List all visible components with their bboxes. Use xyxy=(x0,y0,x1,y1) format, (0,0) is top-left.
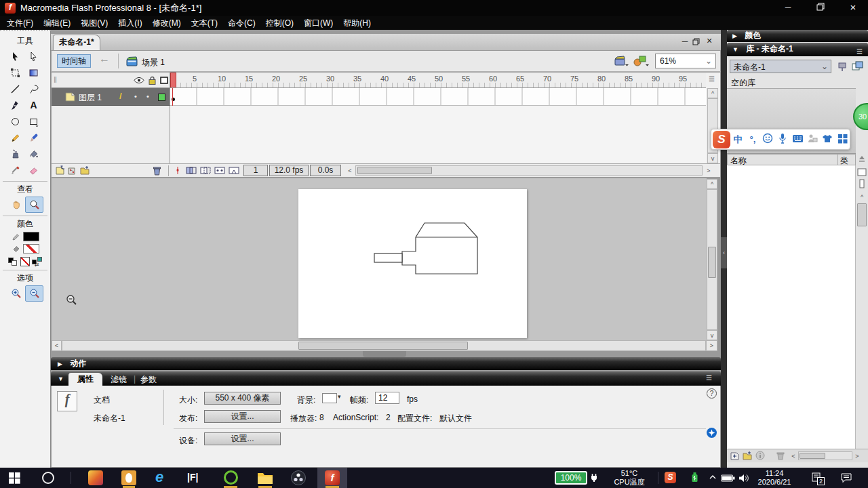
taskbar-game-app[interactable] xyxy=(88,470,103,485)
background-color-swatch[interactable] xyxy=(322,393,337,403)
frame-ruler[interactable]: 5 10 15 20 25 30 35 40 45 50 55 60 65 70… xyxy=(170,73,706,88)
layer-name[interactable]: 图层 1 xyxy=(79,92,102,104)
no-color-button[interactable] xyxy=(20,257,30,266)
pen-tool[interactable] xyxy=(6,97,24,113)
center-frame-button[interactable] xyxy=(174,165,182,178)
minimize-button[interactable]: ─ xyxy=(773,0,803,16)
panel-resize-grip[interactable] xyxy=(363,351,406,357)
lock-column-icon[interactable] xyxy=(147,75,157,87)
library-vscroll-thumb[interactable] xyxy=(857,203,867,226)
layer-row[interactable]: 图层 1 / • • xyxy=(52,88,170,106)
menu-edit[interactable]: 编辑(E) xyxy=(43,18,71,29)
modify-onion-markers-button[interactable] xyxy=(229,166,239,177)
action-center-icon[interactable] xyxy=(841,473,852,485)
insert-layer-button[interactable] xyxy=(55,165,65,177)
doc-close-button[interactable]: × xyxy=(705,35,714,46)
frame-rate-box[interactable]: 12.0 fps xyxy=(269,165,309,176)
library-column-type[interactable]: 类型 xyxy=(838,154,856,165)
properties-menu-icon[interactable]: ☰ xyxy=(706,374,712,382)
color-panel-header[interactable]: ▶ 颜色 xyxy=(727,30,868,42)
frame-grid-row[interactable] xyxy=(170,88,706,106)
panel-collapse-handle[interactable]: ‹ xyxy=(721,237,727,268)
insert-layer-folder-button[interactable] xyxy=(79,165,90,177)
timeline-hscrollbar[interactable] xyxy=(355,165,703,176)
sogou-voice-button[interactable] xyxy=(775,133,790,146)
cortana-search-button[interactable] xyxy=(42,472,54,484)
timeline-scroll-down[interactable]: v xyxy=(707,153,718,163)
hand-tool[interactable] xyxy=(7,197,25,213)
subselection-tool[interactable] xyxy=(24,48,43,64)
cpu-temp-widget[interactable]: 51°C CPU温度 xyxy=(608,469,651,487)
playhead[interactable] xyxy=(170,73,176,88)
rectangle-tool[interactable] xyxy=(24,113,43,129)
timeline-hscroll-left[interactable]: < xyxy=(345,165,355,176)
library-hscroll-left[interactable]: < xyxy=(789,451,797,461)
brush-tool[interactable] xyxy=(24,129,43,146)
restore-button[interactable] xyxy=(806,3,835,15)
library-column-name[interactable]: 名称 xyxy=(727,154,838,165)
timeline-toggle-button[interactable]: 时间轴 xyxy=(57,54,91,68)
sogou-keyboard-button[interactable] xyxy=(790,134,805,145)
tray-usb-icon[interactable] xyxy=(690,472,699,486)
show-hide-column-icon[interactable] xyxy=(134,76,144,87)
taskbar-360-app[interactable] xyxy=(224,470,238,485)
sogou-toolbox-button[interactable] xyxy=(835,134,850,146)
edit-scene-button[interactable] xyxy=(614,56,629,69)
free-transform-tool[interactable] xyxy=(6,64,24,81)
stage-area[interactable] xyxy=(52,178,707,340)
narrow-view-button[interactable] xyxy=(857,179,867,190)
timeline-grip[interactable]: ‖ xyxy=(54,75,57,85)
back-arrow-button[interactable]: ← xyxy=(99,53,110,65)
library-doc-select[interactable]: 未命名-1 ⌄ xyxy=(730,60,831,73)
library-scroll-up[interactable]: ^ xyxy=(856,192,867,202)
layer-outline-swatch[interactable] xyxy=(158,94,165,101)
menu-view[interactable]: 视图(V) xyxy=(81,18,108,29)
add-motion-guide-button[interactable] xyxy=(67,165,77,177)
properties-star-button[interactable] xyxy=(707,428,717,438)
tab-filters[interactable]: 滤镜 xyxy=(111,374,127,386)
edit-multiple-frames-button[interactable] xyxy=(214,166,225,177)
zoom-tool[interactable] xyxy=(25,197,43,213)
tray-battery-icon[interactable] xyxy=(721,474,735,484)
menu-insert[interactable]: 插入(I) xyxy=(118,18,142,29)
device-settings-button[interactable]: 设置... xyxy=(204,432,281,445)
doc-minimize-button[interactable]: ─ xyxy=(680,37,690,46)
pencil-tool[interactable] xyxy=(6,129,24,146)
library-pin-button[interactable] xyxy=(837,61,848,74)
eyedropper-tool[interactable] xyxy=(6,162,24,178)
sogou-logo[interactable]: S xyxy=(713,131,730,148)
taskbar-flash-active-slot[interactable]: f xyxy=(317,468,347,488)
delete-layer-button[interactable] xyxy=(152,165,162,178)
help-button[interactable]: ? xyxy=(707,388,717,399)
tray-expand-chevron[interactable] xyxy=(709,473,717,483)
new-folder-button[interactable] xyxy=(742,451,753,462)
zoom-in-option[interactable] xyxy=(7,285,25,302)
text-tool[interactable]: A xyxy=(24,97,43,113)
tray-volume-icon[interactable] xyxy=(738,474,750,485)
fill-color-swatch[interactable] xyxy=(23,244,39,253)
sogou-punctuation-toggle[interactable]: °, xyxy=(745,134,760,144)
menu-commands[interactable]: 命令(C) xyxy=(228,18,256,29)
stage-scroll-left[interactable]: < xyxy=(52,340,62,351)
pending-updates-icon[interactable]: 2 xyxy=(812,472,823,485)
ink-bottle-tool[interactable] xyxy=(6,146,24,162)
stage-scroll-down[interactable]: v xyxy=(707,330,717,340)
taskbar-obs-app[interactable] xyxy=(291,470,306,485)
stroke-color-swatch[interactable] xyxy=(23,232,39,241)
stage-scroll-up[interactable]: ^ xyxy=(707,179,717,189)
menu-file[interactable]: 文件(F) xyxy=(7,18,33,29)
taskbar-ie-app[interactable]: e xyxy=(155,468,163,486)
menu-window[interactable]: 窗口(W) xyxy=(304,18,333,29)
framerate-input[interactable] xyxy=(375,392,399,404)
menu-control[interactable]: 控制(O) xyxy=(266,18,294,29)
paint-bucket-tool[interactable] xyxy=(24,146,43,162)
stage-hscrollbar[interactable] xyxy=(62,340,706,351)
size-button[interactable]: 550 x 400 像素 xyxy=(204,392,281,405)
doc-restore-button[interactable] xyxy=(692,38,700,47)
swap-colors-button[interactable]: ⇄ xyxy=(32,257,43,266)
publish-settings-button[interactable]: 设置... xyxy=(204,410,281,423)
sogou-skin-button[interactable] xyxy=(820,134,835,145)
stage-vscrollbar[interactable] xyxy=(707,189,717,330)
menu-modify[interactable]: 修改(M) xyxy=(153,18,181,29)
onion-skin-button[interactable] xyxy=(186,166,197,177)
